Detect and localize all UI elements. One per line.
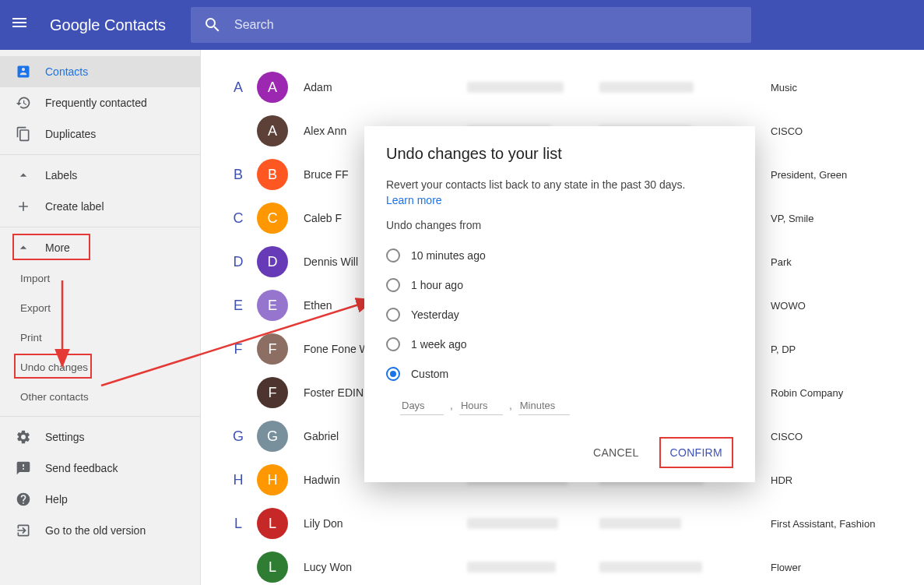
sidebar-item-labels[interactable]: Labels: [0, 160, 200, 191]
sidebar-label: Other contacts: [20, 391, 89, 403]
sidebar-item-undo-changes[interactable]: Undo changes: [0, 352, 200, 382]
contact-tag: Robin Company: [732, 387, 905, 399]
cancel-button[interactable]: CANCEL: [585, 437, 647, 468]
sidebar-item-more[interactable]: More: [0, 232, 200, 263]
sidebar-label: Export: [20, 302, 51, 314]
radio-label: 1 hour ago: [411, 279, 463, 291]
avatar: L: [257, 552, 288, 583]
help-icon: [16, 492, 31, 507]
sidebar-item-contacts[interactable]: Contacts: [0, 56, 200, 87]
sidebar-item-other-contacts[interactable]: Other contacts: [0, 382, 200, 411]
comma: ,: [450, 399, 453, 411]
avatar: E: [257, 290, 288, 321]
undo-changes-dialog: Undo changes to your list Revert your co…: [364, 126, 755, 482]
avatar: G: [257, 421, 288, 452]
sidebar-label: Labels: [45, 169, 77, 181]
avatar: L: [257, 508, 288, 539]
avatar: B: [257, 159, 288, 190]
history-icon: [16, 95, 31, 111]
sidebar-label: Send feedback: [45, 462, 118, 474]
sidebar-label: Undo changes: [20, 361, 88, 373]
blurred-email: [467, 518, 558, 529]
letter-header: L: [220, 516, 257, 532]
custom-hours-input[interactable]: [459, 396, 503, 415]
learn-more-link[interactable]: Learn more: [386, 194, 733, 206]
radio-1hour[interactable]: 1 hour ago: [386, 270, 733, 300]
contact-tag: President, Green: [732, 169, 905, 181]
letter-header: H: [220, 472, 257, 488]
radio-1week[interactable]: 1 week ago: [386, 330, 733, 359]
contact-tag: Park: [732, 256, 905, 268]
radio-yesterday[interactable]: Yesterday: [386, 300, 733, 330]
blurred-email: [467, 82, 564, 93]
plus-icon: [16, 199, 31, 214]
chevron-up-icon: [16, 167, 31, 183]
sidebar-label: Contacts: [45, 65, 88, 78]
contact-tag: HDR: [732, 474, 905, 486]
divider: [0, 154, 200, 155]
contact-name: Lucy Won: [304, 561, 467, 573]
search-box[interactable]: [191, 7, 751, 43]
sidebar-label: Import: [20, 273, 50, 284]
sidebar-item-create-label[interactable]: Create label: [0, 191, 200, 222]
avatar: A: [257, 72, 288, 103]
app-header: Google Contacts: [0, 0, 924, 50]
custom-minutes-input[interactable]: [518, 396, 570, 415]
radio-custom[interactable]: Custom: [386, 359, 733, 389]
contact-row[interactable]: A A Adam Music: [201, 65, 924, 109]
contact-name: Adam: [304, 81, 467, 93]
dialog-description: Revert your contacts list back to any st…: [386, 178, 733, 191]
confirm-button[interactable]: CONFIRM: [662, 440, 730, 465]
avatar: A: [257, 115, 288, 146]
divider: [0, 227, 200, 227]
comma: ,: [509, 399, 512, 411]
letter-header: G: [220, 428, 257, 445]
avatar: F: [257, 333, 288, 365]
app-title: Google Contacts: [50, 16, 166, 34]
radio-icon: [386, 248, 400, 263]
sidebar-label: Go to the old version: [45, 524, 146, 537]
dialog-title: Undo changes to your list: [386, 145, 733, 163]
letter-header: B: [220, 167, 257, 183]
sidebar-item-export[interactable]: Export: [0, 293, 200, 322]
radio-label: Yesterday: [411, 308, 459, 321]
blurred-phone: [599, 82, 694, 93]
sidebar-label: More: [45, 241, 70, 254]
search-input[interactable]: [234, 18, 739, 32]
radio-icon: [386, 278, 400, 292]
contact-tag: VP, Smile: [732, 213, 905, 224]
blurred-phone: [599, 518, 681, 529]
radio-icon: [386, 308, 400, 322]
contact-tag: Flower: [732, 562, 905, 573]
sidebar-label: Frequently contacted: [45, 97, 147, 109]
sidebar-item-help[interactable]: Help: [0, 484, 200, 515]
sidebar-item-settings[interactable]: Settings: [0, 421, 200, 453]
avatar: D: [257, 246, 288, 277]
custom-days-input[interactable]: [400, 396, 444, 415]
divider: [0, 416, 200, 417]
contact-tag: WOWO: [732, 300, 905, 312]
avatar: F: [257, 377, 288, 408]
sidebar-item-frequent[interactable]: Frequently contacted: [0, 87, 200, 118]
radio-label: 1 week ago: [411, 338, 467, 351]
sidebar-item-old-version[interactable]: Go to the old version: [0, 515, 200, 546]
contact-row[interactable]: L L Lily Don First Assistant, Fashion: [201, 502, 924, 545]
contact-name: Lily Don: [304, 517, 467, 530]
letter-header: A: [220, 79, 257, 96]
sidebar-item-duplicates[interactable]: Duplicates: [0, 118, 200, 150]
sidebar-label: Help: [45, 493, 68, 506]
sidebar-label: Duplicates: [45, 128, 96, 140]
sidebar-item-send-feedback[interactable]: Send feedback: [0, 453, 200, 484]
radio-10min[interactable]: 10 minutes ago: [386, 241, 733, 270]
sidebar-item-print[interactable]: Print: [0, 322, 200, 352]
feedback-icon: [16, 460, 31, 476]
letter-header: D: [220, 254, 257, 270]
contact-tag: P, DP: [732, 344, 905, 355]
contact-row[interactable]: L Lucy Won Flower: [201, 545, 924, 585]
contact-tag: Music: [732, 82, 905, 93]
menu-icon[interactable]: [12, 16, 31, 34]
blurred-email: [467, 562, 556, 573]
sidebar-label: Print: [20, 332, 42, 344]
avatar: H: [257, 464, 288, 495]
sidebar-item-import[interactable]: Import: [0, 263, 200, 293]
